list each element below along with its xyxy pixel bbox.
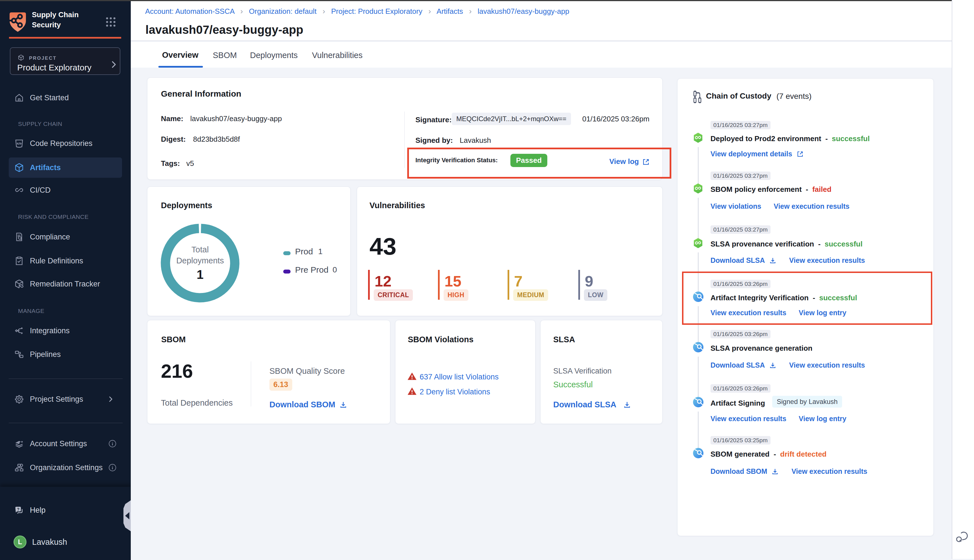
- svg-text:Total: Total: [191, 245, 208, 254]
- svg-text:?: ?: [17, 507, 20, 512]
- svg-text:1: 1: [197, 268, 203, 282]
- svg-text:Deployments: Deployments: [176, 256, 224, 265]
